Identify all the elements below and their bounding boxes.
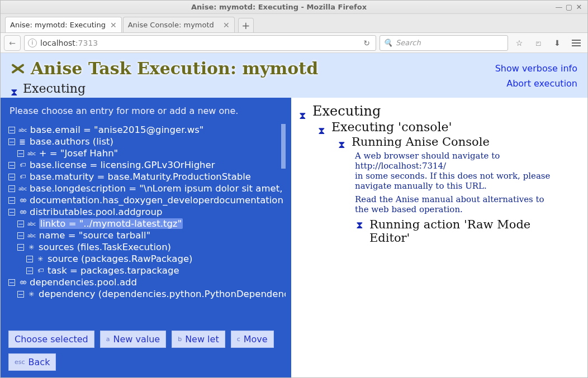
- library-icon[interactable]: ⏍: [530, 35, 546, 51]
- tree-row[interactable]: sources (files.TaskExecution): [17, 241, 281, 253]
- search-icon: 🔍: [383, 39, 392, 47]
- tree-label: task = packages.tarpackage: [48, 265, 179, 276]
- downloads-icon[interactable]: ⬇: [549, 35, 565, 51]
- bookmark-star-icon[interactable]: ☆: [511, 35, 527, 51]
- titlebar: Anise: mymotd: Executing - Mozilla Firef…: [1, 1, 587, 14]
- tree-label: base.authors (list): [30, 136, 113, 147]
- page-title: Anise Task Execution: mymotd: [11, 59, 577, 78]
- toggle-icon[interactable]: [17, 291, 24, 298]
- config-tree[interactable]: base.email = "anise2015@ginger.ws"base.a…: [8, 124, 286, 322]
- gears-icon: [18, 279, 26, 285]
- star-icon: [27, 290, 35, 298]
- back-button[interactable]: esc Back: [8, 353, 56, 371]
- toggle-icon[interactable]: [8, 127, 15, 133]
- tree-label: linkto = "../mymotd-latest.tgz": [39, 218, 183, 229]
- toggle-icon[interactable]: [8, 138, 15, 145]
- search-box[interactable]: 🔍 Search: [380, 35, 508, 51]
- window: Anise: mymotd: Executing - Mozilla Firef…: [0, 0, 588, 378]
- scrollbar-thumb[interactable]: [281, 124, 286, 169]
- tree-row[interactable]: linkto = "../mymotd-latest.tgz": [17, 218, 281, 229]
- tree-row[interactable]: + = "Josef Hahn": [17, 147, 281, 159]
- panel-prompt: Please choose an entry for more or add a…: [8, 106, 286, 118]
- new-value-button[interactable]: a New value: [100, 331, 166, 348]
- tag-icon: [18, 173, 26, 180]
- arrow-left-icon: ←: [9, 39, 16, 47]
- nav-toolbar: ← i localhost:7313 ↻ 🔍 Search ☆ ⏍ ⬇: [1, 33, 587, 53]
- window-title: Anise: mymotd: Executing - Mozilla Firef…: [4, 3, 554, 11]
- toggle-icon[interactable]: [17, 244, 24, 251]
- url-text: localhost:7313: [40, 39, 358, 47]
- tree-label: documentation.has_doxygen_developerdocum…: [30, 195, 283, 205]
- tree-label: dependency (dependencies.python.PythonDe…: [39, 289, 286, 299]
- tree-row[interactable]: name = "source tarball": [17, 229, 281, 241]
- right-panel: Executing Executing 'console' Running An…: [291, 98, 587, 377]
- tree-label: base.email = "anise2015@ginger.ws": [30, 125, 204, 135]
- minimize-button[interactable]: —: [554, 2, 564, 12]
- tab-2[interactable]: Anise Console: mymotd ✕: [123, 17, 235, 32]
- tab-1[interactable]: Anise: mymotd: Executing ✕: [5, 17, 122, 32]
- toggle-icon[interactable]: [8, 174, 15, 180]
- abc-icon: [18, 185, 26, 192]
- tree-row[interactable]: base.email = "anise2015@ginger.ws": [8, 124, 281, 136]
- abc-icon: [27, 150, 36, 156]
- hourglass-icon: [356, 218, 364, 227]
- maximize-button[interactable]: ▢: [564, 2, 574, 12]
- new-tab-button[interactable]: +: [238, 18, 254, 32]
- close-window-button[interactable]: ✕: [574, 2, 584, 12]
- move-button[interactable]: c Move: [231, 331, 274, 348]
- tree-row[interactable]: base.maturity = base.Maturity.Production…: [8, 171, 281, 183]
- search-placeholder: Search: [396, 39, 421, 47]
- tag-icon: [36, 267, 44, 274]
- verbose-link[interactable]: Show verbose info: [495, 63, 577, 74]
- reload-icon[interactable]: ↻: [361, 39, 372, 47]
- tree-row[interactable]: task = packages.tarpackage: [26, 265, 281, 276]
- tree-row[interactable]: source (packages.RawPackage): [26, 253, 281, 265]
- exec-level-0: Executing: [299, 103, 577, 119]
- hamburger-menu[interactable]: [568, 35, 584, 51]
- gears-icon: [18, 209, 26, 215]
- tree-row[interactable]: base.longdescription = "\nLorem ipsum do…: [8, 183, 281, 194]
- site-info-icon[interactable]: i: [28, 39, 37, 47]
- tree-label: base.maturity = base.Maturity.Production…: [30, 171, 251, 182]
- tree-row[interactable]: dependency (dependencies.python.PythonDe…: [17, 288, 281, 300]
- abort-link[interactable]: Abort execution: [495, 78, 577, 89]
- toggle-icon[interactable]: [26, 256, 33, 262]
- tree-label: dependencies.pool.add: [30, 277, 137, 288]
- list-icon: [18, 137, 26, 146]
- toggle-icon[interactable]: [17, 232, 24, 239]
- exec-level-2: Running Anise Console: [338, 135, 577, 149]
- toggle-icon[interactable]: [8, 209, 15, 216]
- tag-icon: [18, 161, 26, 169]
- url-bar[interactable]: i localhost:7313 ↻: [24, 35, 376, 51]
- tree-label: name = "source tarball": [39, 230, 150, 241]
- exec-level-1: Executing 'console': [318, 120, 577, 134]
- tab-label: Anise: mymotd: Executing: [10, 21, 106, 29]
- tools-icon: [11, 62, 26, 75]
- tree-row[interactable]: documentation.has_doxygen_developerdocum…: [8, 194, 281, 206]
- toggle-icon[interactable]: [17, 150, 24, 157]
- toggle-icon[interactable]: [26, 267, 33, 274]
- tree-row[interactable]: dependencies.pool.add: [8, 276, 281, 288]
- exec-level-3: Running action 'Raw Mode Editor': [356, 218, 577, 245]
- star-icon: [27, 243, 35, 251]
- toggle-icon[interactable]: [8, 185, 15, 192]
- close-tab-icon[interactable]: ✕: [110, 21, 117, 30]
- back-nav-button[interactable]: ←: [4, 35, 21, 51]
- abc-icon: [27, 232, 36, 238]
- page-content: Anise Task Execution: mymotd Executing S…: [1, 53, 587, 377]
- tree-label: source (packages.RawPackage): [48, 253, 193, 264]
- tree-row[interactable]: base.authors (list): [8, 136, 281, 147]
- toggle-icon[interactable]: [8, 162, 15, 169]
- star-icon: [36, 255, 44, 263]
- close-tab-icon[interactable]: ✕: [223, 21, 230, 30]
- hourglass-icon: [11, 84, 18, 93]
- tree-label: base.license = licensing.GPLv3OrHigher: [30, 160, 215, 170]
- choose-selected-button[interactable]: Choose selected: [8, 331, 94, 348]
- tree-row[interactable]: distributables.pool.addgroup: [8, 206, 281, 218]
- tree-row[interactable]: base.license = licensing.GPLv3OrHigher: [8, 159, 281, 171]
- toggle-icon[interactable]: [8, 279, 15, 286]
- exec-message-1: A web browser should navigate to http://…: [355, 151, 556, 191]
- toggle-icon[interactable]: [8, 197, 15, 204]
- new-let-button[interactable]: b New let: [172, 331, 225, 348]
- toggle-icon[interactable]: [17, 221, 24, 227]
